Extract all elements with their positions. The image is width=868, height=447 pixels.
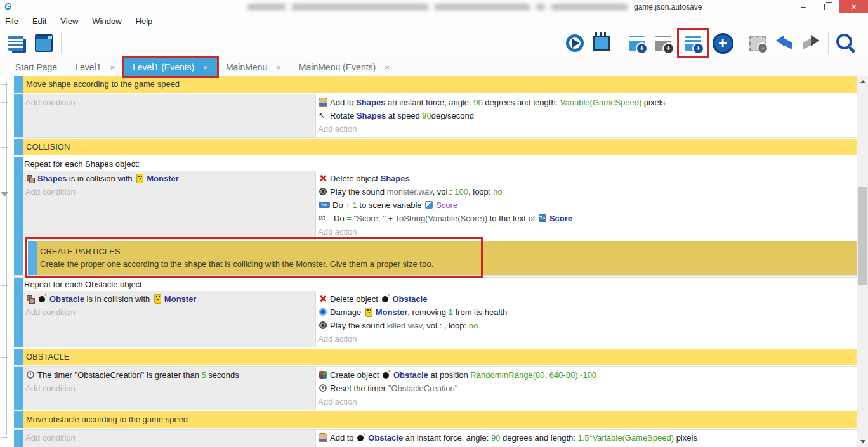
conditions-cell[interactable]: Obstacle is in collision with MonsterAdd… — [23, 291, 315, 347]
restore-icon[interactable] — [815, 0, 839, 13]
vertical-scrollbar[interactable] — [857, 76, 868, 447]
add-action[interactable]: Add action — [318, 227, 357, 236]
redo-icon[interactable] — [799, 30, 822, 56]
scroll-down-icon[interactable] — [857, 436, 868, 447]
action-line[interactable]: Rotate Shapes at speed 90deg/second — [316, 109, 857, 122]
menu-item-file[interactable]: File — [5, 16, 18, 26]
undo-icon[interactable] — [773, 30, 796, 56]
conditions-cell[interactable]: Shapes is in collision with MonsterAdd c… — [23, 171, 315, 240]
tab-mainmenu[interactable]: MainMenu× — [217, 58, 290, 76]
action-line[interactable]: Add to Obstacle an instant force, angle:… — [316, 431, 857, 444]
event-block[interactable]: Repeat for each Obstacle object:Obstacle… — [14, 277, 857, 347]
add-condition[interactable]: Add condition — [25, 98, 76, 107]
search-icon[interactable] — [834, 30, 857, 56]
event-drag-bar[interactable] — [14, 278, 23, 347]
action-line[interactable]: Add action — [316, 122, 857, 136]
condition-line[interactable]: Add condition — [23, 96, 315, 109]
scrollbar-thumb[interactable] — [858, 187, 867, 285]
start-page-icon[interactable] — [32, 30, 55, 56]
event-drag-bar[interactable] — [14, 367, 23, 410]
add-action[interactable]: Add action — [318, 124, 357, 134]
event-drag-bar[interactable] — [14, 94, 23, 137]
condition-line[interactable]: Obstacle is in collision with Monster — [23, 292, 315, 306]
menu-item-help[interactable]: Help — [136, 16, 153, 26]
tab-mainmenu-events-[interactable]: MainMenu (Events)× — [290, 58, 398, 76]
tab-close-icon[interactable]: × — [203, 63, 208, 72]
tab-start-page[interactable]: Start Page — [6, 58, 66, 76]
condition-line[interactable]: Add condition — [23, 306, 315, 319]
condition-line[interactable]: Add condition — [23, 185, 315, 198]
tab-close-icon[interactable]: × — [110, 63, 115, 72]
action-line[interactable]: Add to Shapes an instant force, angle: 9… — [316, 96, 857, 109]
action-line[interactable]: Delete object Shapes — [316, 172, 857, 185]
action-line[interactable]: Play the sound monster.wav, vol.: 100, l… — [316, 185, 857, 198]
add-comment-icon[interactable] — [681, 30, 704, 56]
scroll-up-icon[interactable] — [857, 76, 868, 87]
condition-line[interactable]: Add condition — [23, 382, 315, 395]
tab-level1-events-[interactable]: Level1 (Events)× — [124, 58, 217, 76]
action-line[interactable]: Do = 4 to Z-order of Obstacle — [316, 444, 857, 447]
action-line[interactable]: Add action — [316, 395, 857, 408]
action-line[interactable]: Delete object Obstacle — [316, 292, 857, 306]
actions-cell[interactable]: Add to Obstacle an instant force, angle:… — [315, 430, 857, 447]
sub-events: CREATE PARTICLESCreate the proper one ac… — [28, 241, 857, 275]
actions-cell[interactable]: Delete object ShapesPlay the sound monst… — [315, 171, 857, 240]
event-block[interactable]: Repeat for each Shapes object:Shapes is … — [14, 157, 857, 276]
action-line[interactable]: Create object Obstacle at position Rando… — [316, 368, 857, 382]
action-line[interactable]: Do = "Score: " + ToString(Variable(Score… — [316, 212, 857, 225]
action-line[interactable]: Damage Monster, removing 1 from its heal… — [316, 306, 857, 319]
add-subevent-icon[interactable] — [652, 30, 674, 56]
event-drag-bar[interactable] — [14, 411, 23, 428]
tab-close-icon[interactable]: × — [385, 63, 390, 72]
actions-cell[interactable]: Delete object ObstacleDamage Monster, re… — [315, 291, 857, 347]
play-icon[interactable] — [563, 30, 586, 56]
event-block[interactable]: Add conditionAdd to Obstacle an instant … — [14, 429, 857, 447]
add-action[interactable]: Add action — [318, 397, 357, 406]
add-condition[interactable]: Add condition — [25, 433, 76, 443]
event-drag-bar[interactable] — [14, 349, 23, 365]
action-line[interactable]: Play the sound killed.wav, vol.: , loop:… — [316, 319, 857, 332]
conditions-cell[interactable]: Add condition — [23, 94, 315, 137]
actions-cell[interactable]: Add to Shapes an instant force, angle: 9… — [315, 94, 857, 137]
add-condition[interactable]: Add condition — [25, 187, 76, 197]
menu-item-view[interactable]: View — [60, 16, 78, 26]
conditions-cell[interactable]: Add condition — [23, 430, 315, 447]
comment-block[interactable]: Move obstacle according to the game spee… — [14, 411, 857, 428]
close-icon[interactable]: × — [839, 0, 868, 13]
condition-line[interactable]: Add condition — [23, 431, 315, 444]
event-drag-bar[interactable] — [14, 430, 23, 447]
events-sheet[interactable]: Move shape according to the game speedAd… — [0, 76, 857, 447]
menu-item-edit[interactable]: Edit — [32, 16, 46, 26]
event-drag-bar[interactable] — [28, 241, 37, 275]
collapse-arrow-icon[interactable] — [1, 192, 8, 197]
conditions-cell[interactable]: The timer "ObstacleCreation" is greater … — [23, 367, 315, 410]
event-block[interactable]: Add conditionAdd to Shapes an instant fo… — [14, 94, 857, 138]
event-drag-bar[interactable] — [14, 139, 23, 155]
add-condition[interactable]: Add condition — [25, 308, 76, 317]
tab-level1[interactable]: Level1× — [66, 58, 124, 76]
comment-block[interactable]: Move shape according to the game speed — [14, 76, 857, 93]
add-event-icon[interactable] — [625, 30, 648, 56]
remove-event-icon[interactable] — [746, 30, 769, 56]
action-line[interactable]: Add action — [316, 332, 857, 346]
event-drag-bar[interactable] — [14, 157, 23, 275]
comment-block[interactable]: COLLISION — [14, 139, 857, 155]
condition-line[interactable]: Shapes is in collision with Monster — [23, 172, 315, 185]
add-action[interactable]: Add action — [318, 334, 357, 344]
menu-item-window[interactable]: Window — [92, 16, 121, 26]
event-drag-bar[interactable] — [14, 76, 23, 93]
project-manager-icon[interactable] — [6, 30, 29, 56]
comment-block[interactable]: OBSTACLE — [14, 349, 857, 365]
action-line[interactable]: Reset the timer "ObstacleCreation" — [316, 382, 857, 395]
action-line[interactable]: Add action — [316, 225, 857, 238]
add-condition[interactable]: Add condition — [25, 384, 76, 393]
event-block[interactable]: The timer "ObstacleCreation" is greater … — [14, 366, 857, 410]
comment-block[interactable]: CREATE PARTICLESCreate the proper one ac… — [28, 241, 857, 275]
action-line[interactable]: Do + 1 to scene variable Score — [316, 198, 857, 212]
minimize-icon[interactable]: – — [791, 0, 815, 13]
add-circle-icon[interactable] — [711, 30, 734, 56]
actions-cell[interactable]: Create object Obstacle at position Rando… — [315, 367, 857, 410]
tab-close-icon[interactable]: × — [276, 63, 281, 72]
debug-icon[interactable] — [590, 30, 613, 56]
condition-line[interactable]: The timer "ObstacleCreation" is greater … — [23, 368, 315, 382]
